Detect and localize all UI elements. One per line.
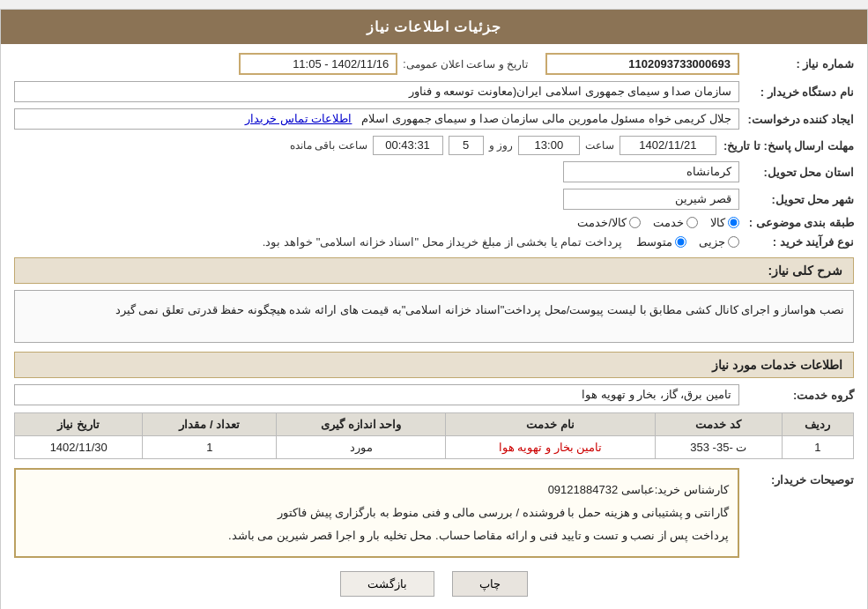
buyer-notes-text: کارشناس خرید:عباسی 09121884732گارانتی و … [14, 468, 739, 558]
row-nam-dastgah: نام دستگاه خریدار : سازمان صدا و سیمای ج… [14, 81, 854, 102]
ijad-link[interactable]: اطلاعات تماس خریدار [245, 112, 352, 125]
mohlat-saat-label: ساعت [585, 139, 614, 152]
nam-dastgah-label: نام دستگاه خریدار : [739, 85, 854, 99]
table-cell: 1 [782, 436, 853, 459]
grouh-label: گروه خدمت: [739, 389, 854, 402]
tarikh-value: 1402/11/16 - 11:05 [239, 53, 397, 75]
service-table: ردیف کد خدمت نام خدمت واحد اندازه گیری ت… [14, 412, 854, 459]
radio-kala-label: کالا [710, 216, 725, 229]
sharh-section-header: شرح کلی نیاز: [14, 257, 854, 284]
mohlat-label: مهلت ارسال پاسخ: تا تاریخ: [716, 139, 854, 152]
mohlat-roz-label: روز و [489, 139, 513, 152]
tarikh-label: تاریخ و ساعت اعلان عمومی: [403, 58, 528, 71]
sharh-description: نصب هواساز و اجرای کانال کشی مطابق با لی… [14, 290, 854, 343]
mohlat-mande-label: ساعت باقی مانده [290, 139, 367, 152]
radio-jozii-label: جزیی [699, 235, 725, 249]
tabaqe-label: طبقه بندی موضوعی : [739, 216, 854, 229]
radio-jozii-input[interactable] [728, 236, 739, 248]
print-button[interactable]: چاپ [452, 571, 528, 597]
page-wrapper: جزئیات اطلاعات نیاز شماره نیاز : 1102093… [0, 9, 868, 609]
table-cell: 1 [143, 436, 277, 459]
grouh-value: تامین برق، گاز، بخار و تهویه هوا [14, 384, 739, 405]
ijad-value: جلال کریمی خواه مسئول مامورین مالی سازما… [14, 108, 739, 130]
shomara-label: شماره نیاز : [739, 57, 854, 71]
table-row: 1ت -35- 353تامین بخار و تهویه هوامورد114… [15, 436, 854, 459]
back-button[interactable]: بازگشت [340, 571, 434, 597]
radio-motavaset-input[interactable] [675, 236, 686, 248]
content-area: شماره نیاز : 1102093733000693 تاریخ و سا… [1, 44, 867, 609]
farayand-radio-group: جزیی متوسط [636, 235, 739, 249]
col-code: کد خدمت [656, 413, 783, 436]
radio-jozii: جزیی [699, 235, 739, 249]
radio-kala-input[interactable] [728, 217, 739, 228]
row-tabaqe: طبقه بندی موضوعی : کالا خدمت کالا/خدمت [14, 216, 854, 229]
farayand-note: پرداخت تمام یا بخشی از مبلغ خریداز محل "… [263, 235, 622, 249]
mohlat-date: 1402/11/21 [619, 136, 716, 155]
radio-kala-khedmat-input[interactable] [629, 217, 641, 228]
table-cell: ت -35- 353 [656, 436, 783, 459]
row-mohlat: مهلت ارسال پاسخ: تا تاریخ: 1402/11/21 سا… [14, 136, 854, 155]
radio-kala-khedmat-label: کالا/خدمت [577, 216, 627, 229]
buyer-notes-title: توصیحات خریدار: [739, 468, 854, 486]
radio-motavaset-label: متوسط [636, 235, 672, 249]
row-farayand: نوع فرآیند خرید : جزیی متوسط پرداخت تمام… [14, 235, 854, 249]
row-grouh: گروه خدمت: تامین برق، گاز، بخار و تهویه … [14, 384, 854, 405]
col-date: تاریخ نیاز [15, 413, 143, 436]
col-radif: ردیف [782, 413, 853, 436]
table-cell: تامین بخار و تهویه هوا [445, 436, 655, 459]
radio-khedmat-input[interactable] [686, 217, 698, 228]
row-ostan: استان محل تحویل: کرمانشاه [14, 161, 854, 182]
mohlat-mande-value: 00:43:31 [373, 136, 443, 155]
shahr-label: شهر محل تحویل: [739, 193, 854, 206]
col-unit: واحد اندازه گیری [277, 413, 446, 436]
tabaqe-radio-group: کالا خدمت کالا/خدمت [577, 216, 739, 229]
row-buyer-notes: توصیحات خریدار: کارشناس خرید:عباسی 09121… [14, 468, 854, 558]
radio-motavaset: متوسط [636, 235, 686, 249]
button-group: چاپ بازگشت [14, 571, 854, 597]
mohlat-roz-value: 5 [449, 136, 484, 155]
page-header: جزئیات اطلاعات نیاز [1, 10, 867, 44]
radio-kala: کالا [710, 216, 739, 229]
ostan-label: استان محل تحویل: [739, 166, 854, 179]
page-title: جزئیات اطلاعات نیاز [367, 19, 502, 34]
ijad-label: ایجاد کننده درخواست: [739, 113, 854, 126]
ostan-value: کرمانشاه [563, 161, 739, 182]
services-section-header: اطلاعات خدمات مورد نیاز [14, 352, 854, 378]
mohlat-saat-value: 13:00 [518, 136, 580, 155]
shomara-value: 1102093733000693 [545, 53, 739, 75]
shahr-value: قصر شیرین [563, 189, 739, 210]
radio-kala-khedmat: کالا/خدمت [577, 216, 641, 229]
row-ijad: ایجاد کننده درخواست: جلال کریمی خواه مسئ… [14, 108, 854, 130]
radio-khedmat-label: خدمت [653, 216, 684, 229]
row-shahr: شهر محل تحویل: قصر شیرین [14, 189, 854, 210]
nam-dastgah-value: سازمان صدا و سیمای جمهوری اسلامی ایران(م… [14, 81, 739, 102]
row-shomara: شماره نیاز : 1102093733000693 تاریخ و سا… [14, 53, 854, 75]
table-cell: 1402/11/30 [15, 436, 143, 459]
farayand-label: نوع فرآیند خرید : [739, 235, 854, 249]
table-cell: مورد [277, 436, 446, 459]
radio-khedmat: خدمت [653, 216, 698, 229]
col-name: نام خدمت [445, 413, 655, 436]
col-count: تعداد / مقدار [143, 413, 277, 436]
